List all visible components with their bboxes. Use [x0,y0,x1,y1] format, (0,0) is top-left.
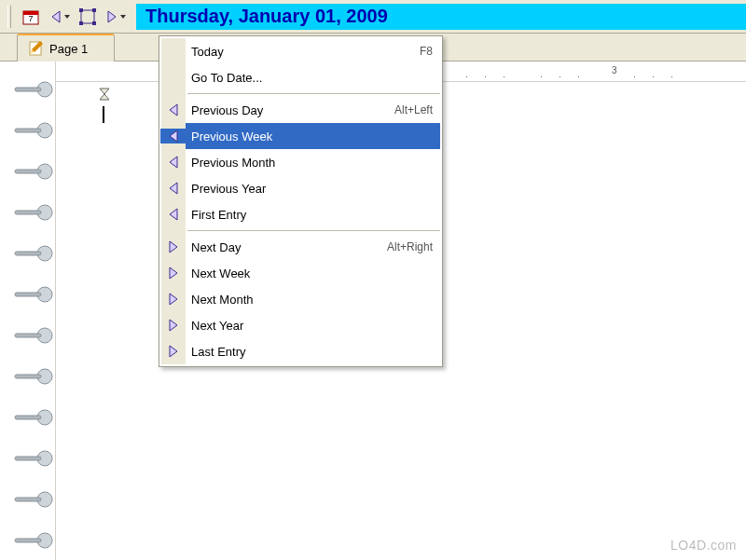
svg-rect-4 [81,10,94,23]
binder-ring-icon [9,203,56,222]
svg-rect-30 [15,416,41,419]
menu-item-next-week[interactable]: Next Week [186,260,440,286]
svg-marker-41 [170,157,177,168]
menu-shortcut: Alt+Left [394,103,433,116]
svg-marker-43 [170,209,177,220]
date-text: Thursday, January 01, 2009 [145,6,388,27]
svg-rect-22 [15,252,41,255]
dropdown-arrow-icon [120,15,126,19]
svg-rect-18 [15,170,41,173]
toolbar-grip [7,6,11,28]
svg-rect-6 [92,8,96,12]
binder-ring-icon [9,408,56,427]
menu-gutter [161,38,186,364]
menu-item-today[interactable]: Today F8 [186,38,440,64]
menu-item-previous-week[interactable]: Previous Week [186,123,440,149]
left-arrow-icon [161,208,186,221]
svg-marker-44 [170,241,177,253]
menu-item-first-entry[interactable]: First Entry [186,201,440,227]
svg-rect-28 [15,375,41,378]
svg-marker-9 [108,11,116,22]
left-arrow-icon [161,130,186,143]
svg-marker-47 [170,320,177,331]
menu-shortcut: F8 [420,45,433,58]
svg-rect-8 [92,21,96,25]
menu-item-next-month[interactable]: Next Month [186,286,440,312]
left-arrow-icon [161,182,186,195]
binder-ring-icon [9,162,56,181]
date-banner: Thursday, January 01, 2009 [136,4,746,30]
svg-marker-42 [170,183,177,194]
svg-rect-20 [15,211,41,214]
binder-ring-icon [9,121,56,140]
binder-ring-icon [9,449,56,468]
toolbar: 7 Thursday, January 01, 2009 [0,0,746,34]
binder-ring-icon [9,285,56,304]
svg-marker-48 [170,346,177,357]
svg-rect-7 [79,21,83,25]
binder-ring-icon [9,326,56,345]
svg-rect-16 [15,129,41,132]
binder-ring-icon [9,80,56,99]
binder-ring-icon [9,367,56,386]
watermark: LO4D.com [670,538,737,553]
binder-ring-icon [9,244,56,263]
svg-rect-32 [15,457,41,460]
menu-label: Last Entry [191,345,433,359]
menu-label: Next Week [191,266,433,280]
tab-page1[interactable]: Page 1 [17,34,115,61]
svg-rect-34 [15,498,41,501]
calendar-icon: 7 [21,7,40,26]
svg-marker-39 [170,104,177,116]
today-nav-button[interactable] [76,4,100,30]
right-arrow-icon [161,319,186,332]
svg-rect-5 [79,8,83,12]
svg-rect-36 [15,539,41,542]
menu-label: Go To Date... [191,71,433,85]
left-arrow-icon [161,103,186,116]
menu-item-previous-month[interactable]: Previous Month [186,149,440,175]
menu-shortcut: Alt+Right [387,240,433,253]
right-arrow-icon [161,345,186,358]
right-arrow-icon [161,293,186,306]
svg-marker-3 [52,11,60,22]
right-arrow-icon [161,240,186,253]
ruler-number: 3 [612,65,617,75]
left-arrow-icon [49,9,62,24]
square-frame-icon [79,8,96,25]
menu-label: Next Month [191,293,433,307]
menu-item-next-day[interactable]: Next Day Alt+Right [186,234,440,260]
svg-marker-37 [100,89,109,94]
svg-rect-14 [15,88,41,91]
menu-item-next-year[interactable]: Next Year [186,312,440,338]
menu-label: Previous Year [191,182,433,196]
right-arrow-icon [105,9,118,24]
binding-column [0,61,56,560]
pencil-page-icon [27,40,44,57]
menu-label: Previous Week [191,130,433,143]
navigation-menu: Today F8 Go To Date... Previous Day Alt+… [159,35,443,367]
prev-nav-button[interactable] [46,4,74,30]
menu-label: First Entry [191,208,433,222]
svg-marker-46 [170,294,177,305]
text-cursor [103,106,104,123]
left-arrow-icon [161,156,186,169]
menu-label: Next Day [191,240,387,254]
menu-item-previous-year[interactable]: Previous Year [186,175,440,201]
calendar-icon-button[interactable]: 7 [18,4,44,30]
menu-item-last-entry[interactable]: Last Entry [186,338,440,364]
menu-item-goto-date[interactable]: Go To Date... [186,64,440,90]
menu-label: Previous Day [191,103,394,117]
svg-text:7: 7 [28,14,33,23]
menu-item-previous-day[interactable]: Previous Day Alt+Left [186,97,440,123]
menu-label: Previous Month [191,156,433,170]
dropdown-arrow-icon [64,15,70,19]
binder-ring-icon [9,531,56,550]
menu-label: Next Year [191,319,433,333]
next-nav-button[interactable] [102,4,130,30]
binder-ring-icon [9,490,56,509]
menu-label: Today [191,45,420,59]
indent-marker-icon[interactable] [99,88,110,101]
svg-marker-38 [100,94,109,100]
svg-rect-26 [15,334,41,337]
